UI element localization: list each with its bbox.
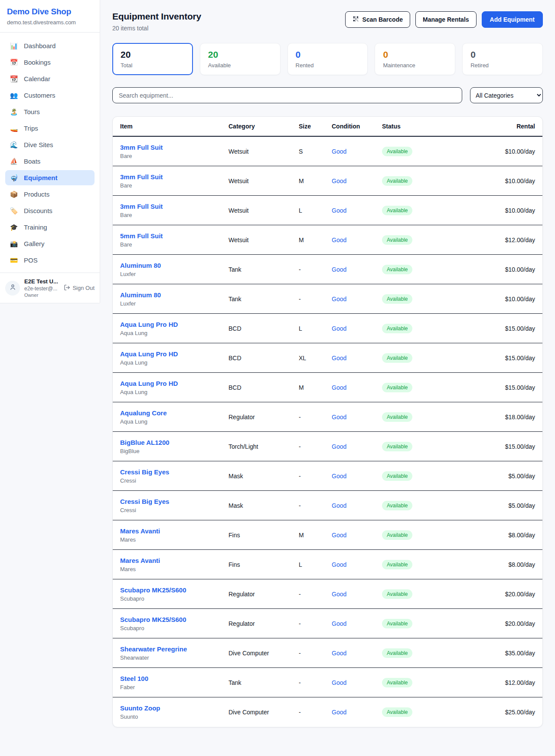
table-row: 3mm Full Suit Bare Wetsuit S Good Availa… [113,137,542,166]
item-rental: $20.00/day [438,591,535,598]
item-brand: Scubapro [120,625,229,631]
sidebar: Demo Dive Shop demo.test.divestreams.com… [0,0,100,303]
item-size: - [299,709,332,716]
sidebar-item-customers[interactable]: 👥 Customers [5,88,95,103]
stat-value: 0 [470,49,535,60]
manage-rentals-button[interactable]: Manage Rentals [415,11,477,28]
item-brand: BigBlue [120,448,229,454]
item-category: Regulator [229,620,299,627]
item-size: - [299,296,332,302]
item-rental: $10.00/day [438,266,535,273]
item-size: L [299,325,332,332]
search-input[interactable] [112,87,462,103]
sidebar-item-dashboard[interactable]: 📊 Dashboard [5,38,95,53]
sidebar-item-products[interactable]: 📦 Products [5,187,95,202]
item-rental: $15.00/day [438,355,535,362]
item-condition: Good [332,679,382,686]
table-row: Scubapro MK25/S600 Scubapro Regulator - … [113,609,542,638]
table-row: Aluminum 80 Luxfer Tank - Good Available… [113,255,542,284]
sidebar-item-label: Trips [24,125,38,132]
barcode-icon [353,16,359,23]
status-badge: Available [382,471,412,481]
sidebar-item-equipment[interactable]: 🤿 Equipment [5,170,95,185]
sidebar-item-bookings[interactable]: 📅 Bookings [5,55,95,70]
item-size: - [299,650,332,657]
item-name-link[interactable]: Mares Avanti [120,527,229,535]
stat-card-available[interactable]: 20 Available [200,43,281,75]
item-name-link[interactable]: Aqua Lung Pro HD [120,350,229,358]
scan-barcode-label: Scan Barcode [362,16,403,23]
sidebar-item-boats[interactable]: ⛵ Boats [5,154,95,169]
stat-card-retired[interactable]: 0 Retired [462,43,543,75]
item-name-link[interactable]: 3mm Full Suit [120,203,229,210]
item-size: - [299,473,332,480]
item-condition: Good [332,502,382,509]
category-select[interactable]: All Categories [470,87,543,103]
item-name-link[interactable]: Scubapro MK25/S600 [120,616,229,623]
sidebar-item-gallery[interactable]: 📸 Gallery [5,236,95,251]
stat-value: 0 [296,49,360,60]
sign-out-button[interactable]: Sign Out [64,284,95,292]
item-brand: Aqua Lung [120,330,229,336]
equipment-table: Item Category Size Condition Status Rent… [112,116,543,727]
item-condition: Good [332,591,382,598]
sidebar-item-trips[interactable]: 🚤 Trips [5,121,95,136]
stat-value: 20 [208,49,272,60]
item-name-link[interactable]: Aluminum 80 [120,291,229,299]
item-name-link[interactable]: Aqua Lung Pro HD [120,321,229,328]
item-category: Tank [229,266,299,273]
item-name-link[interactable]: Steel 100 [120,675,229,682]
item-size: - [299,414,332,421]
item-name-link[interactable]: BigBlue AL1200 [120,439,229,446]
item-name-link[interactable]: Aqualung Core [120,409,229,417]
table-row: 3mm Full Suit Bare Wetsuit L Good Availa… [113,196,542,225]
item-name-link[interactable]: Shearwater Peregrine [120,645,229,653]
person-icon [9,283,16,293]
item-brand: Mares [120,536,229,543]
calendar-icon: 📆 [10,76,18,82]
table-row: Cressi Big Eyes Cressi Mask - Good Avail… [113,461,542,491]
item-name-link[interactable]: Suunto Zoop [120,704,229,712]
item-category: BCD [229,355,299,362]
item-name-link[interactable]: Cressi Big Eyes [120,468,229,476]
item-name-link[interactable]: Aqua Lung Pro HD [120,380,229,387]
item-name-link[interactable]: 3mm Full Suit [120,173,229,181]
add-equipment-label: Add Equipment [490,16,535,23]
column-header-rental: Rental [438,123,535,130]
stat-card-maintenance[interactable]: 0 Maintenance [375,43,455,75]
main-content: Equipment Inventory 20 items total Scan … [100,0,555,727]
sidebar-item-pos[interactable]: 💳 POS [5,253,95,268]
status-badge: Available [382,619,412,628]
item-brand: Bare [120,182,229,189]
stat-card-rented[interactable]: 0 Rented [287,43,368,75]
status-badge: Available [382,206,412,215]
item-name-link[interactable]: Cressi Big Eyes [120,498,229,505]
item-name-link[interactable]: 3mm Full Suit [120,144,229,151]
stat-card-total[interactable]: 20 Total [112,43,193,75]
sidebar-item-discounts[interactable]: 🏷️ Discounts [5,203,95,218]
item-category: Mask [229,473,299,480]
sidebar-item-calendar[interactable]: 📆 Calendar [5,71,95,86]
status-badge: Available [382,324,412,333]
item-rental: $8.00/day [438,532,535,539]
item-brand: Aqua Lung [120,418,229,425]
item-name-link[interactable]: Mares Avanti [120,557,229,564]
training-icon: 🎓 [10,224,18,230]
table-row: Cressi Big Eyes Cressi Mask - Good Avail… [113,491,542,520]
boats-icon: ⛵ [10,158,18,164]
sidebar-item-label: Bookings [24,59,51,66]
table-row: Aqua Lung Pro HD Aqua Lung BCD XL Good A… [113,343,542,373]
products-icon: 📦 [10,191,18,197]
item-brand: Bare [120,212,229,218]
item-name-link[interactable]: Aluminum 80 [120,262,229,269]
item-brand: Suunto [120,713,229,720]
scan-barcode-button[interactable]: Scan Barcode [345,11,410,28]
item-name-link[interactable]: 5mm Full Suit [120,232,229,240]
status-badge: Available [382,353,412,363]
sidebar-item-training[interactable]: 🎓 Training [5,220,95,235]
sidebar-item-tours[interactable]: 🏝️ Tours [5,104,95,119]
status-badge: Available [382,412,412,422]
sidebar-item-dive-sites[interactable]: 🌊 Dive Sites [5,137,95,152]
item-name-link[interactable]: Scubapro MK25/S600 [120,586,229,594]
add-equipment-button[interactable]: Add Equipment [482,11,543,28]
